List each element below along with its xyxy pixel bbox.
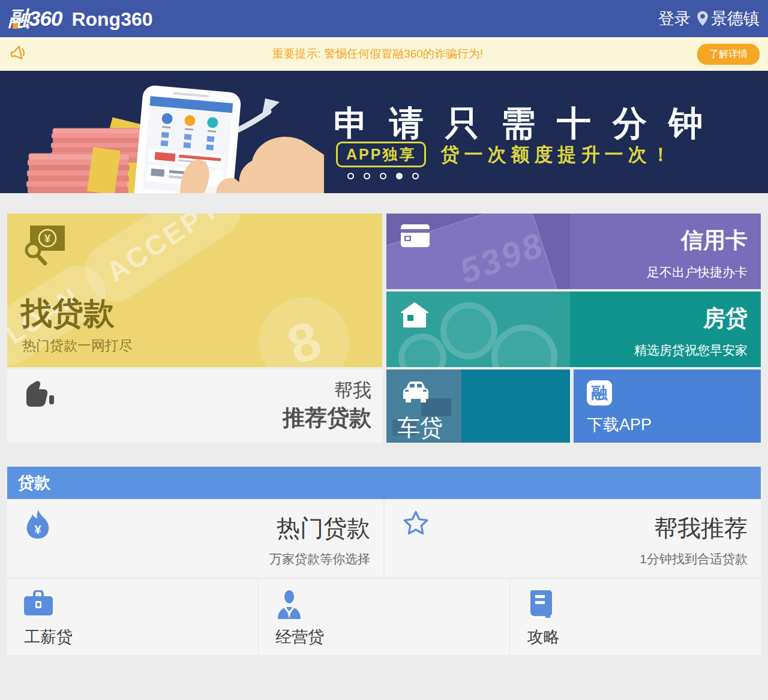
loan-row-1: ¥ 热门贷款 万家贷款等你选择 帮我推荐 1分钟找到合适贷款 (7, 499, 761, 577)
tile-download-app-title: 下载APP (587, 414, 652, 435)
tile-car-loan-title: 车贷 (397, 413, 443, 443)
notice-text: 重要提示: 警惕任何假冒融360的诈骗行为! (272, 46, 484, 62)
house-icon (401, 302, 428, 330)
cell-salary-loan[interactable]: 工薪贷 (7, 579, 257, 655)
banner-subline: 贷一次额度提升一次！ (440, 142, 674, 167)
cell-business-loan[interactable]: 经营贷 (259, 579, 509, 655)
cell-hot-loans[interactable]: ¥ 热门贷款 万家贷款等你选择 (7, 499, 383, 577)
watermark-coin: 8 (247, 285, 362, 367)
banner-headline: 申请只需十分钟 (334, 101, 724, 147)
carousel-dot-3[interactable] (380, 173, 386, 179)
carousel-dots (347, 173, 419, 179)
tile-credit-card-title: 信用卡 (681, 226, 748, 256)
thumbs-up-icon (22, 380, 56, 410)
tile-recommend-line1: 帮我 (334, 378, 371, 403)
cell-recommend-title: 帮我推荐 (654, 512, 748, 545)
cell-guide[interactable]: 攻略 (511, 579, 761, 655)
credit-card-icon (401, 224, 430, 250)
tile-find-loan-subtitle: 热门贷款一网打尽 (22, 337, 133, 355)
loan-search-icon: ¥ (22, 222, 67, 270)
logo[interactable]: 融360 Rong360 (8, 5, 153, 33)
book-icon (527, 590, 553, 621)
hero-banner[interactable]: 申请只需十分钟 APP独享 贷一次额度提升一次！ (0, 71, 768, 193)
header-right: 登录 景德镇 (658, 8, 760, 29)
logo-en: Rong360 (71, 8, 152, 31)
tile-download-app[interactable]: 融 下载APP (574, 369, 761, 443)
rong-app-icon: 融 (587, 380, 612, 405)
megaphone-icon (8, 43, 28, 65)
notice-bar: 重要提示: 警惕任何假冒融360的诈骗行为! 了解详情 (0, 37, 768, 71)
businessman-icon (275, 590, 303, 621)
tile-find-loan-title: 找贷款 (21, 293, 115, 335)
svg-text:¥: ¥ (44, 232, 51, 245)
tile-mortgage-subtitle: 精选房贷祝您早安家 (634, 342, 748, 359)
cell-recommend[interactable]: 帮我推荐 1分钟找到合适贷款 (385, 499, 761, 577)
cell-recommend-subtitle: 1分钟找到合适贷款 (640, 551, 748, 567)
carousel-dot-4[interactable] (396, 173, 403, 179)
loan-section: 贷款 ¥ 热门贷款 万家贷款等你选择 帮我推荐 1分钟找到合适贷款 (7, 467, 761, 655)
cell-hot-loans-title: 热门贷款 (277, 512, 370, 545)
notice-detail-button[interactable]: 了解详情 (697, 44, 760, 65)
star-icon (401, 510, 430, 540)
briefcase-icon (24, 590, 53, 619)
login-link[interactable]: 登录 (658, 8, 691, 29)
tile-recommend-loan[interactable]: 帮我 推荐贷款 (7, 369, 382, 443)
cell-salary-loan-title: 工薪贷 (24, 626, 73, 648)
flame-yen-icon: ¥ (24, 510, 52, 546)
tile-car-loan[interactable]: 车贷 (386, 369, 570, 443)
header: 融360 Rong360 登录 景德镇 (0, 0, 768, 37)
banner-illustration (0, 71, 324, 193)
city-selector[interactable]: 景德镇 (711, 8, 760, 29)
tile-credit-card-subtitle: 足不出户快捷办卡 (647, 264, 748, 281)
loan-section-header: 贷款 (7, 467, 761, 499)
car-icon (401, 380, 431, 407)
carousel-dot-5[interactable] (412, 173, 419, 179)
tile-mortgage-title: 房贷 (703, 304, 748, 334)
banner-badge: APP独享 (336, 142, 426, 167)
tile-recommend-line2: 推荐贷款 (283, 403, 371, 433)
carousel-dot-2[interactable] (364, 173, 370, 179)
loan-row-2: 工薪贷 经营贷 (7, 579, 761, 655)
tile-credit-card[interactable]: 5398 信用卡 足不出户快捷办卡 (386, 214, 761, 289)
location-pin-icon (697, 10, 709, 27)
logo-accent-square (13, 23, 18, 29)
banner-subrow: APP独享 贷一次额度提升一次！ (336, 142, 674, 167)
tile-find-loan[interactable]: ACCEPT LOAN 8 ¥ 找贷款 热门贷款一网打尽 (7, 214, 382, 367)
tile-mortgage[interactable]: 房贷 精选房贷祝您早安家 (386, 292, 761, 367)
carousel-dot-1[interactable] (347, 173, 354, 179)
feature-grid: ACCEPT LOAN 8 ¥ 找贷款 热门贷款一网打尽 5398 (7, 214, 761, 443)
cell-business-loan-title: 经营贷 (275, 626, 324, 648)
cell-hot-loans-subtitle: 万家贷款等你选择 (269, 551, 370, 567)
svg-text:¥: ¥ (34, 523, 41, 536)
cell-guide-title: 攻略 (527, 626, 560, 648)
